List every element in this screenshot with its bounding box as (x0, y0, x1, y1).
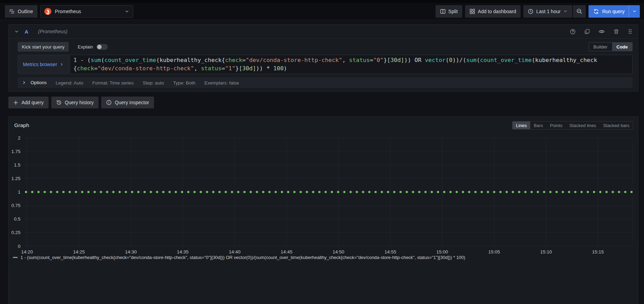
svg-text:15:00: 15:00 (436, 249, 448, 253)
svg-text:1: 1 (18, 189, 20, 195)
add-to-dashboard-button[interactable]: Add to dashboard (465, 5, 521, 18)
query-history-button[interactable]: Query history (51, 97, 98, 108)
query-code-editor[interactable]: 1 - (sum(count_over_time(kuberhealthy_ch… (70, 55, 633, 74)
time-range-label: Last 1 hour (536, 9, 560, 14)
chevron-right-icon (60, 62, 64, 66)
query-ref-id[interactable]: A (25, 29, 28, 35)
run-query-dropdown[interactable] (629, 9, 640, 14)
split-icon (440, 9, 446, 14)
builder-mode-button[interactable]: Builder (589, 43, 612, 51)
code-mode-button[interactable]: Code (612, 43, 633, 51)
help-icon[interactable] (570, 29, 576, 35)
metrics-browser-label: Metrics browser (23, 62, 57, 67)
add-to-dashboard-label: Add to dashboard (478, 9, 516, 14)
legend-series-label[interactable]: 1 - (sum(count_over_time(kuberhealthy_ch… (20, 255, 465, 260)
outline-label: Outline (18, 9, 33, 14)
query-history-label: Query history (65, 100, 94, 105)
query-code-lines: 1 - (sum(count_over_time(kuberhealthy_ch… (74, 56, 629, 73)
split-label: Split (448, 9, 458, 14)
svg-text:14:45: 14:45 (281, 249, 292, 253)
toggle-knob (97, 45, 102, 49)
query-code-line: {check="dev/conda-store-http-check", sta… (74, 64, 629, 73)
option-summary-item: Step: auto (143, 80, 164, 86)
datasource-picker[interactable]: Prometheus (40, 5, 133, 18)
graph-mode-stacked-bars[interactable]: Stacked bars (600, 122, 633, 129)
run-query-label: Run query (602, 9, 625, 14)
sync-icon (593, 9, 599, 14)
info-icon (106, 100, 112, 105)
trash-icon[interactable] (613, 29, 619, 34)
explain-label: Explain (78, 44, 93, 50)
svg-text:15:15: 15:15 (592, 249, 604, 253)
add-query-button[interactable]: Add query (8, 97, 49, 108)
apps-grid-icon (470, 9, 475, 14)
explore-toolbar: Outline Prometheus Split (0, 3, 644, 20)
chevron-down-icon (563, 9, 568, 14)
duplicate-icon[interactable] (584, 29, 590, 34)
svg-text:0.25: 0.25 (11, 230, 20, 235)
graph-mode-points[interactable]: Points (547, 122, 566, 129)
svg-text:14:55: 14:55 (385, 249, 396, 253)
explain-toggle[interactable] (96, 44, 108, 50)
window-top-strip (0, 0, 644, 3)
option-summary-item: Format: Time series (92, 80, 134, 86)
graph-mode-bars[interactable]: Bars (530, 122, 547, 129)
svg-text:1.5: 1.5 (14, 162, 20, 168)
query-options-row[interactable]: Options Legend: AutoFormat: Time seriesS… (18, 77, 633, 88)
option-summary-item: Legend: Auto (56, 80, 84, 86)
split-button[interactable]: Split (436, 5, 462, 18)
query-datasource-hint: (Prometheus) (38, 29, 68, 34)
svg-text:2: 2 (18, 135, 20, 141)
query-inspector-label: Query inspector (115, 100, 149, 105)
svg-text:0.5: 0.5 (14, 216, 20, 222)
drag-handle-icon[interactable] (628, 29, 633, 34)
prometheus-logo-icon (44, 8, 52, 15)
option-summary-item: Type: Both (173, 80, 196, 86)
history-icon (56, 100, 62, 105)
datasource-name: Prometheus (55, 9, 81, 14)
svg-text:0: 0 (18, 244, 20, 249)
svg-text:15:05: 15:05 (488, 249, 500, 253)
kick-start-button[interactable]: Kick start your query (18, 42, 69, 52)
graph-legend: 1 - (sum(count_over_time(kuberhealthy_ch… (13, 255, 638, 260)
query-editor-header: A (Prometheus) (9, 25, 638, 39)
query-code-line: 1 - (sum(count_over_time(kuberhealthy_ch… (74, 56, 629, 64)
svg-text:14:30: 14:30 (125, 249, 137, 253)
outline-icon (9, 9, 15, 14)
plus-icon (13, 100, 18, 105)
chevron-down-icon (124, 9, 129, 14)
zoom-out-button[interactable] (573, 5, 586, 18)
metrics-browser-button[interactable]: Metrics browser (18, 55, 69, 74)
graph-mode-lines[interactable]: Lines (513, 122, 530, 129)
query-inspector-button[interactable]: Query inspector (101, 97, 154, 108)
eye-icon[interactable] (599, 28, 605, 35)
svg-text:14:40: 14:40 (229, 249, 241, 253)
collapse-chevron-icon[interactable] (14, 29, 19, 34)
editor-mode-group: Builder Code (589, 42, 633, 51)
options-chevron-icon (22, 80, 26, 85)
legend-series-swatch (13, 257, 18, 258)
zoom-out-icon (576, 8, 582, 14)
graph-panel-header: Graph LinesBarsPointsStacked linesStacke… (9, 117, 638, 132)
svg-text:14:35: 14:35 (177, 249, 189, 253)
svg-text:14:25: 14:25 (73, 249, 85, 253)
query-actions-row: Add query Query history Query inspector (8, 97, 638, 108)
svg-text:1.25: 1.25 (11, 176, 20, 181)
svg-text:1.75: 1.75 (11, 149, 20, 154)
explain-control: Explain (78, 44, 108, 50)
time-range-button[interactable]: Last 1 hour (523, 5, 572, 18)
svg-text:0.75: 0.75 (11, 203, 20, 208)
svg-text:15:10: 15:10 (540, 249, 552, 253)
graph-chart-area: 00.250.50.7511.251.51.75214:2014:2514:30… (9, 132, 638, 253)
query-editor-panel: A (Prometheus) (8, 24, 638, 92)
query-editor-body: Kick start your query Explain Builder Co… (9, 39, 638, 91)
query-options-summary: Legend: AutoFormat: Time seriesStep: aut… (47, 80, 239, 86)
graph-svg[interactable]: 00.250.50.7511.251.51.75214:2014:2514:30… (11, 132, 633, 253)
graph-panel: Graph LinesBarsPointsStacked linesStacke… (8, 116, 638, 304)
clock-icon (528, 9, 533, 14)
outline-button[interactable]: Outline (5, 5, 37, 18)
run-query-button[interactable]: Run query (589, 5, 640, 18)
graph-mode-stacked-lines[interactable]: Stacked lines (566, 122, 600, 129)
graph-mode-group: LinesBarsPointsStacked linesStacked bars (512, 121, 633, 129)
option-summary-item: Exemplars: false (205, 80, 239, 86)
